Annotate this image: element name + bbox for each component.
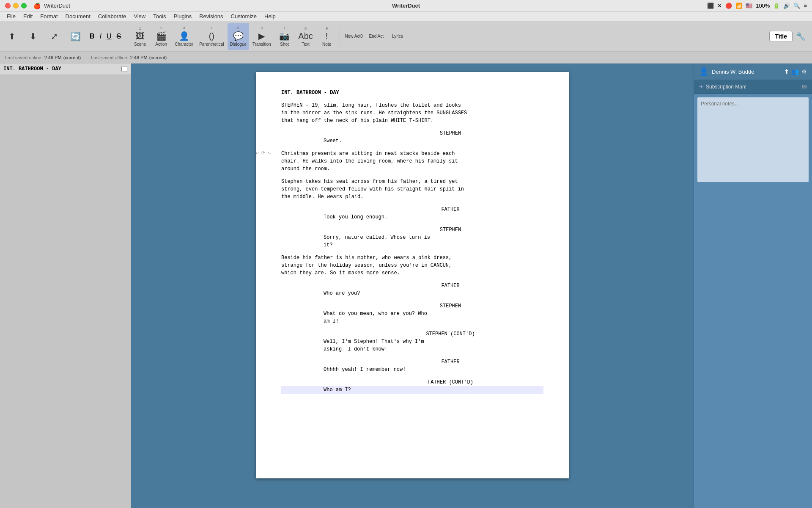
dialogue-label: Dialogue bbox=[230, 42, 247, 47]
toolbar-lyrics[interactable]: Lyrics bbox=[387, 23, 408, 50]
action-label: Action bbox=[155, 42, 167, 47]
action-icon: 🎬 bbox=[156, 31, 167, 41]
menu-customize[interactable]: Customize bbox=[228, 12, 260, 20]
menu-edit[interactable]: Edit bbox=[20, 12, 36, 20]
dialogue-icon: 💬 bbox=[233, 31, 244, 41]
toolbar-character[interactable]: 3 👤 Character bbox=[172, 23, 196, 50]
dialogue-father-2: Who are you? bbox=[281, 290, 543, 297]
toolbar-expand[interactable]: ⤢ bbox=[44, 23, 64, 50]
screen-icon: 🔴 bbox=[725, 3, 732, 9]
script-container[interactable]: INT. BATHROOM - DAY STEPHEN – 19, slim, … bbox=[131, 64, 694, 508]
toolbar-scene[interactable]: 1 🖼 Scene bbox=[130, 23, 150, 50]
toolbar-parenthetical[interactable]: 4 () Parenthetical bbox=[197, 23, 226, 50]
toolbar-note[interactable]: 9 ! Note bbox=[317, 23, 337, 50]
maximize-button[interactable] bbox=[21, 3, 27, 8]
underline-button[interactable]: U bbox=[105, 32, 113, 41]
offline-label: Last saved offline: bbox=[91, 55, 128, 60]
menu-collaborate[interactable]: Collaborate bbox=[95, 12, 130, 20]
character-father-3: FATHER bbox=[281, 358, 543, 366]
online-current: (current) bbox=[63, 55, 81, 60]
online-time: 2:48 PM bbox=[44, 55, 62, 60]
menu-format[interactable]: Format bbox=[37, 12, 61, 20]
parenthetical-label: Parenthetical bbox=[199, 42, 224, 47]
personal-notes-input[interactable] bbox=[697, 97, 809, 182]
toolbar-download[interactable]: ⬇ bbox=[23, 23, 43, 50]
subscription-bar: ✈ Subscription Man! ✉ bbox=[694, 80, 812, 94]
toolbar-upload[interactable]: ⬆ bbox=[2, 23, 22, 50]
right-panel: 👤 Dennis W. Budde ⬆ 👥 ⚙ ✈ Subscription M… bbox=[694, 64, 812, 508]
scene-heading: INT. BATHROOM - DAY bbox=[281, 89, 543, 97]
traffic-lights bbox=[5, 3, 27, 8]
app-name: WriterDuet bbox=[44, 3, 70, 9]
apple-logo-icon[interactable]: 🍎 bbox=[33, 3, 41, 9]
transition-label: Transition bbox=[252, 42, 271, 47]
scene-checkbox[interactable] bbox=[121, 66, 127, 72]
gear-icon[interactable]: ⚙ bbox=[801, 68, 807, 75]
wifi-icon: 📶 bbox=[735, 3, 742, 9]
right-header-icons: ⬆ 👥 ⚙ bbox=[784, 68, 807, 75]
character-stephen-3: STEPHEN bbox=[281, 302, 543, 310]
transition-icon: ▶ bbox=[258, 31, 265, 41]
toolbar-shot[interactable]: 7 📷 Shot bbox=[274, 23, 295, 50]
menu-plugins[interactable]: Plugins bbox=[170, 12, 195, 20]
titlebar: 🍎 WriterDuet WriterDuet ⬛ ✕ 🔴 📶 🇺🇸 100% … bbox=[0, 0, 812, 12]
volume-icon: 🔊 bbox=[783, 3, 790, 9]
bold-button[interactable]: B bbox=[88, 32, 96, 41]
text-format-icon: Abc bbox=[298, 31, 313, 41]
strikethrough-button[interactable]: S bbox=[115, 32, 123, 41]
window-controls-icon: ⬛ bbox=[707, 3, 714, 9]
toolbar-action[interactable]: 2 🎬 Action bbox=[151, 23, 171, 50]
online-label: Last saved online: bbox=[5, 55, 43, 60]
toolbar-new-act0[interactable]: New Act0 bbox=[343, 23, 365, 50]
close-button[interactable] bbox=[5, 3, 11, 8]
user-name: Dennis W. Budde bbox=[712, 69, 781, 75]
toolbar-dialogue[interactable]: 5 💬 Dialogue bbox=[228, 23, 249, 50]
dialogue-stephen-3: What do you mean, who are you? Whoam I! bbox=[281, 310, 543, 325]
shot-icon: 📷 bbox=[279, 31, 290, 41]
dialogue-stephen-2: Sorry, nature called. Whose turn isit? bbox=[281, 234, 543, 249]
minimize-button[interactable] bbox=[13, 3, 19, 8]
menu-icon[interactable]: ≡ bbox=[804, 3, 807, 9]
menu-help[interactable]: Help bbox=[261, 12, 279, 20]
toolbar-end-act[interactable]: End Act bbox=[366, 23, 387, 50]
title-button[interactable]: Title bbox=[769, 31, 793, 42]
script-content[interactable]: INT. BATHROOM - DAY STEPHEN – 19, slim, … bbox=[281, 89, 543, 394]
dialogue-father-3: Ohhhh yeah! I remember now! bbox=[281, 366, 543, 373]
menu-document[interactable]: Document bbox=[62, 12, 94, 20]
wrench-icon[interactable]: 🔧 bbox=[796, 32, 805, 41]
toolbar-sync[interactable]: 🔄 bbox=[65, 23, 85, 50]
toolbar-text[interactable]: 8 Abc Text bbox=[296, 23, 316, 50]
person-icon[interactable]: 👥 bbox=[792, 68, 799, 75]
character-father-1: FATHER bbox=[281, 206, 543, 213]
menu-tools[interactable]: Tools bbox=[150, 12, 169, 20]
menu-file[interactable]: File bbox=[3, 12, 19, 20]
statusbar: Last saved online: 2:48 PM (current) Las… bbox=[0, 52, 812, 64]
dialogue-sweet: Sweet. bbox=[281, 137, 543, 145]
menu-revisions[interactable]: Revisions bbox=[196, 12, 226, 20]
script-page: INT. BATHROOM - DAY STEPHEN – 19, slim, … bbox=[256, 72, 569, 478]
main-layout: INT. BATHROOM - DAY INT. BATHROOM - DAY … bbox=[0, 64, 812, 508]
scene-label: Scene bbox=[134, 42, 146, 47]
end-act-label: End Act bbox=[369, 34, 384, 39]
character-father-2: FATHER bbox=[281, 282, 543, 290]
share-icon[interactable]: ⬆ bbox=[784, 68, 789, 75]
send-icon: ✈ bbox=[699, 84, 703, 90]
toolbar-transition[interactable]: 6 ▶ Transition bbox=[250, 23, 274, 50]
dialogue-father-contd[interactable]: Who am I? bbox=[281, 386, 543, 394]
action-block-4: Beside his father is his mother, who wea… bbox=[281, 254, 543, 277]
action-block-2: ↩ ⟳ ↪ Christmas presents are sitting in … bbox=[281, 150, 543, 173]
search-icon[interactable]: 🔍 bbox=[793, 3, 800, 9]
dialogue-father-1: Took you long enough. bbox=[281, 213, 543, 221]
menu-view[interactable]: View bbox=[130, 12, 149, 20]
parenthetical-icon: () bbox=[209, 31, 214, 41]
character-father-contd: FATHER (CONT'D) bbox=[281, 378, 543, 386]
battery-percent: 100% bbox=[756, 3, 770, 9]
window-title: WriterDuet bbox=[392, 3, 420, 9]
character-stephen-1: STEPHEN bbox=[281, 130, 543, 137]
character-label: Character bbox=[175, 42, 193, 47]
note-label: Note bbox=[322, 42, 331, 47]
italic-button[interactable]: I bbox=[98, 32, 103, 41]
flag-icon: 🇺🇸 bbox=[746, 3, 752, 9]
scene-heading-text: INT. BATHROOM - DAY bbox=[3, 66, 121, 72]
fullscreen-icon[interactable]: ✕ bbox=[717, 3, 722, 9]
